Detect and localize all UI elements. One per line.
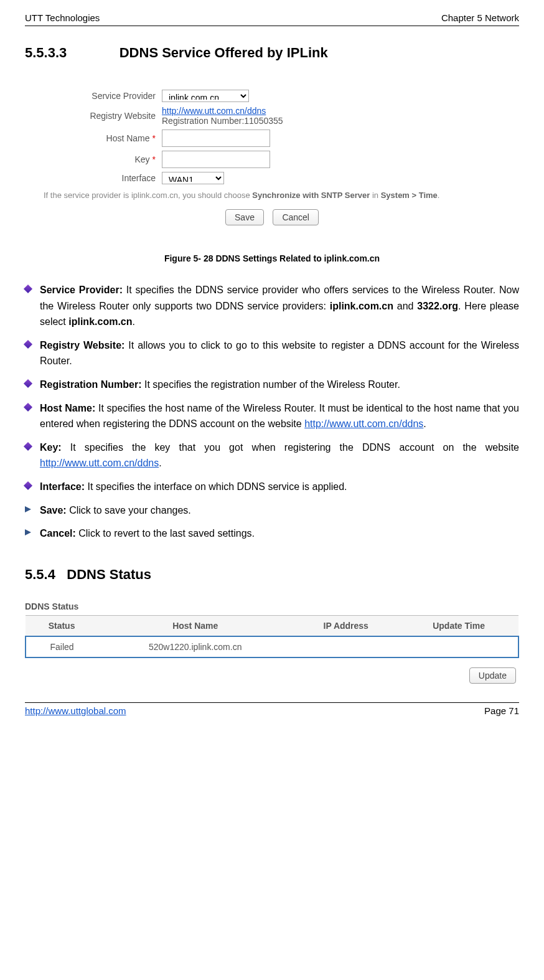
section-heading: 5.5.3.3 DDNS Service Offered by IPLink <box>25 45 519 61</box>
col-ip-address: IP Address <box>293 615 399 636</box>
bullet-registry-website: Registry Website: It allows you to click… <box>25 337 519 369</box>
registration-number: Registration Number:11050355 <box>162 116 283 126</box>
table-row: Failed 520w1220.iplink.com.cn <box>26 636 518 657</box>
form-note: If the service provider is iplink.com.cn… <box>44 191 500 200</box>
diamond-icon <box>24 379 32 388</box>
label-key: Key* <box>44 154 162 164</box>
label-service-provider: Service Provider <box>44 91 162 101</box>
save-button[interactable]: Save <box>225 209 264 225</box>
header-left: UTT Technologies <box>25 12 100 23</box>
section-number: 5.5.3.3 <box>25 45 67 60</box>
bullet-host-name: Host Name: It specifies the host name of… <box>25 400 519 432</box>
ddns-status-section: DDNS Status Status Host Name IP Address … <box>25 601 519 684</box>
diamond-icon <box>24 340 32 349</box>
label-host-name: Host Name* <box>44 133 162 143</box>
update-button[interactable]: Update <box>469 667 516 684</box>
bullet-save: Save: Click to save your changes. <box>25 502 519 519</box>
col-update-time: Update Time <box>399 615 518 636</box>
figure-caption: Figure 5- 28 DDNS Settings Related to ip… <box>25 253 519 263</box>
input-host-name[interactable] <box>162 130 270 147</box>
select-service-provider[interactable]: iplink.com.cn <box>162 90 249 102</box>
label-registry-website: Registry Website <box>44 111 162 121</box>
diamond-icon <box>24 481 32 490</box>
page-number: Page 71 <box>484 705 519 716</box>
bullet-interface: Interface: It specifies the interface on… <box>25 479 519 495</box>
diamond-icon <box>24 285 32 293</box>
arrow-icon <box>25 529 31 535</box>
status-heading: DDNS Status <box>25 601 519 611</box>
page-header: UTT Technologies Chapter 5 Network <box>25 12 519 26</box>
cancel-button[interactable]: Cancel <box>273 209 319 225</box>
key-link[interactable]: http://www.utt.com.cn/ddns <box>40 458 159 468</box>
col-status: Status <box>26 615 98 636</box>
status-table: Status Host Name IP Address Update Time … <box>25 615 519 658</box>
col-host-name: Host Name <box>98 615 293 636</box>
page-footer: http://www.uttglobal.com Page 71 <box>25 702 519 716</box>
diamond-icon <box>24 442 32 451</box>
bullet-registration-number: Registration Number: It specifies the re… <box>25 377 519 393</box>
ddns-form-screenshot: Service Provider iplink.com.cn Registry … <box>25 80 519 241</box>
bullet-cancel: Cancel: Click to revert to the last save… <box>25 525 519 542</box>
footer-link[interactable]: http://www.uttglobal.com <box>25 705 126 716</box>
label-interface: Interface <box>44 173 162 183</box>
select-interface[interactable]: WAN1 <box>162 172 224 184</box>
hostname-link[interactable]: http://www.utt.com.cn/ddns <box>304 418 423 429</box>
registry-link[interactable]: http://www.utt.com.cn/ddns <box>162 106 266 116</box>
diamond-icon <box>24 402 32 411</box>
bullet-service-provider: Service Provider: It specifies the DDNS … <box>25 282 519 330</box>
section-title: DDNS Service Offered by IPLink <box>120 45 328 60</box>
bullet-key: Key: It specifies the key that you got w… <box>25 440 519 471</box>
header-right: Chapter 5 Network <box>441 12 519 23</box>
arrow-icon <box>25 506 31 512</box>
input-key[interactable] <box>162 151 270 168</box>
subsection-heading: 5.5.4 DDNS Status <box>25 567 519 583</box>
